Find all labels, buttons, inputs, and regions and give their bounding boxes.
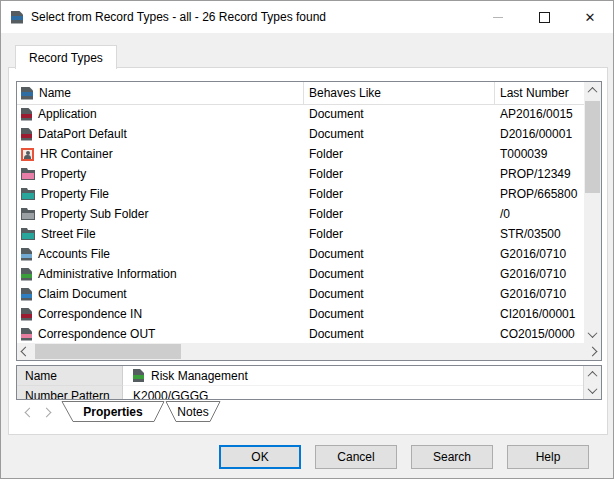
row-name: Correspondence IN	[38, 307, 142, 321]
row-last-number: G2016/0710	[495, 244, 584, 264]
vertical-scrollbar-thumb[interactable]	[585, 101, 600, 193]
row-name: Administrative Information	[38, 267, 177, 281]
row-last-number: G2016/0710	[495, 264, 584, 284]
scroll-up-button[interactable]	[584, 82, 601, 99]
document-icon	[21, 128, 32, 141]
column-header-behaves-like[interactable]: Behaves Like	[304, 82, 495, 104]
record-type-icon	[21, 87, 33, 100]
document-icon	[21, 268, 32, 281]
table-row[interactable]: Property Folder PROP/12349	[17, 164, 584, 184]
row-behaves-like: Document	[304, 304, 495, 324]
row-behaves-like: Document	[304, 244, 495, 264]
hr-container-icon	[21, 148, 34, 161]
tab-scroll-left-icon[interactable]	[25, 407, 35, 417]
folder-icon	[21, 168, 35, 180]
column-header-last-number[interactable]: Last Number	[495, 82, 584, 104]
row-name: Claim Document	[38, 287, 127, 301]
property-label: Number Pattern	[17, 386, 123, 400]
table-row[interactable]: HR Container Folder T000039	[17, 144, 584, 164]
tab-scroll-right-icon[interactable]	[42, 407, 52, 417]
column-header-last-number-label: Last Number	[500, 86, 569, 100]
cancel-button-label: Cancel	[337, 450, 374, 464]
row-behaves-like: Document	[304, 284, 495, 304]
maximize-icon	[539, 12, 550, 23]
scroll-left-button[interactable]	[17, 343, 34, 360]
table-row[interactable]: Accounts File Document G2016/0710	[17, 244, 584, 264]
horizontal-scrollbar[interactable]	[17, 343, 601, 360]
cancel-button[interactable]: Cancel	[315, 445, 397, 469]
row-name: Correspondence OUT	[38, 327, 155, 341]
close-button[interactable]: ✕	[567, 1, 613, 33]
list-header: Name Behaves Like Last Number	[17, 82, 584, 105]
title-bar[interactable]: Select from Record Types - all - 26 Reco…	[1, 1, 613, 33]
scroll-right-button[interactable]	[584, 343, 601, 360]
horizontal-scrollbar-thumb[interactable]	[35, 344, 181, 359]
table-row[interactable]: Correspondence IN Document CI2016/00001	[17, 304, 584, 324]
table-row[interactable]: Property Sub Folder Folder /0	[17, 204, 584, 224]
column-header-name[interactable]: Name	[17, 82, 304, 104]
row-last-number: CI2016/00001	[495, 304, 584, 324]
folder-icon	[21, 228, 35, 240]
maximize-button[interactable]	[521, 1, 567, 33]
help-button[interactable]: Help	[507, 445, 589, 469]
property-row[interactable]: Name Risk Management	[17, 366, 584, 386]
table-row[interactable]: Application Document AP2016/0015	[17, 104, 584, 124]
chevron-right-icon	[588, 347, 598, 357]
tab-record-types-label: Record Types	[29, 51, 103, 65]
close-icon: ✕	[585, 11, 596, 24]
scroll-down-button[interactable]	[584, 326, 601, 343]
row-name: Accounts File	[38, 247, 110, 261]
dialog-window: Select from Record Types - all - 26 Reco…	[0, 0, 614, 479]
document-icon	[21, 288, 32, 301]
table-row[interactable]: Claim Document Document G2016/0710	[17, 284, 584, 304]
row-name: Property	[41, 167, 86, 181]
properties-scroll-up-button[interactable]	[584, 366, 601, 382]
table-row[interactable]: Property File Folder PROP/665800	[17, 184, 584, 204]
table-row[interactable]: Street File Folder STR/03500	[17, 224, 584, 244]
record-type-icon	[11, 11, 23, 24]
minimize-button[interactable]	[475, 1, 521, 33]
search-button[interactable]: Search	[411, 445, 493, 469]
bottom-tab-strip: Properties Notes	[16, 401, 230, 423]
document-icon	[21, 248, 32, 261]
column-header-name-label: Name	[39, 86, 71, 100]
help-button-label: Help	[536, 450, 561, 464]
tab-properties[interactable]: Properties	[62, 402, 164, 422]
row-behaves-like: Document	[304, 324, 495, 343]
window-title: Select from Record Types - all - 26 Reco…	[31, 10, 326, 24]
chevron-down-icon	[588, 328, 598, 338]
tab-record-types[interactable]: Record Types	[15, 45, 117, 69]
chevron-left-icon	[21, 347, 31, 357]
document-icon	[21, 108, 32, 121]
tab-notes[interactable]: Notes	[166, 402, 220, 422]
row-last-number: STR/03500	[495, 224, 584, 244]
document-icon	[133, 369, 144, 382]
record-type-list: Name Behaves Like Last Number Applicatio…	[16, 81, 602, 361]
ok-button[interactable]: OK	[219, 445, 301, 469]
document-icon	[21, 328, 32, 341]
row-name: Street File	[41, 227, 96, 241]
row-name: Application	[38, 107, 97, 121]
row-behaves-like: Document	[304, 104, 495, 124]
table-row[interactable]: Correspondence OUT Document CO2015/0000	[17, 324, 584, 343]
column-header-behaves-like-label: Behaves Like	[309, 86, 381, 100]
properties-scroll-down-button[interactable]	[584, 382, 601, 398]
row-last-number: T000039	[495, 144, 584, 164]
row-name: HR Container	[40, 147, 113, 161]
row-last-number: D2016/00001	[495, 124, 584, 144]
minimize-icon	[493, 17, 503, 18]
row-last-number: PROP/665800	[495, 184, 584, 204]
vertical-scrollbar[interactable]	[584, 82, 601, 343]
table-row[interactable]: DataPort Default Document D2016/00001	[17, 124, 584, 144]
property-value: K2000/GGGG	[133, 389, 208, 401]
property-row[interactable]: Number Pattern K2000/GGGG	[17, 386, 584, 400]
properties-scrollbar[interactable]	[583, 366, 601, 399]
property-label: Name	[17, 366, 123, 386]
row-behaves-like: Folder	[304, 164, 495, 184]
row-behaves-like: Document	[304, 124, 495, 144]
properties-panel-rows: Name Risk Management Number Pattern K200…	[17, 366, 584, 400]
row-name: Property Sub Folder	[41, 207, 148, 221]
properties-panel: Name Risk Management Number Pattern K200…	[16, 365, 602, 400]
row-behaves-like: Folder	[304, 204, 495, 224]
table-row[interactable]: Administrative Information Document G201…	[17, 264, 584, 284]
